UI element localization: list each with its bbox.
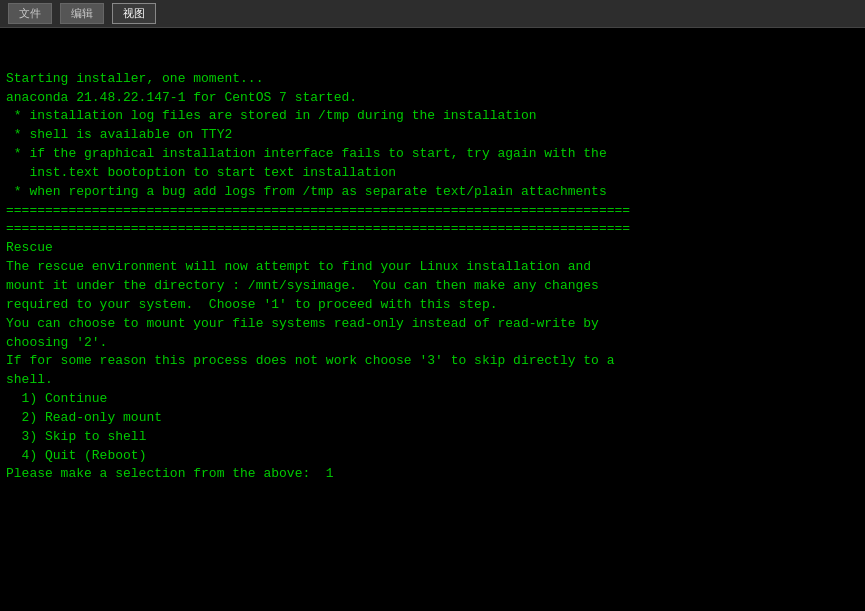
terminal-line: anaconda 21.48.22.147-1 for CentOS 7 sta… bbox=[6, 89, 859, 108]
terminal-line: The rescue environment will now attempt … bbox=[6, 258, 859, 277]
title-bar: 文件 编辑 视图 bbox=[0, 0, 865, 28]
terminal-line: required to your system. Choose '1' to p… bbox=[6, 296, 859, 315]
terminal-line: If for some reason this process does not… bbox=[6, 352, 859, 371]
terminal-line: 2) Read-only mount bbox=[6, 409, 859, 428]
terminal-line: 4) Quit (Reboot) bbox=[6, 447, 859, 466]
terminal-line: Please make a selection from the above: … bbox=[6, 465, 859, 484]
terminal-output: Starting installer, one moment...anacond… bbox=[0, 28, 865, 611]
edit-menu-button[interactable]: 编辑 bbox=[60, 3, 104, 24]
terminal-line: mount it under the directory : /mnt/sysi… bbox=[6, 277, 859, 296]
file-menu-button[interactable]: 文件 bbox=[8, 3, 52, 24]
terminal-line: Starting installer, one moment... bbox=[6, 70, 859, 89]
terminal-line: 3) Skip to shell bbox=[6, 428, 859, 447]
terminal-line: ========================================… bbox=[6, 202, 859, 221]
terminal-line: * installation log files are stored in /… bbox=[6, 107, 859, 126]
terminal-line: * if the graphical installation interfac… bbox=[6, 145, 859, 164]
terminal-line: ========================================… bbox=[6, 220, 859, 239]
terminal-line: inst.text bootoption to start text insta… bbox=[6, 164, 859, 183]
terminal-line: Rescue bbox=[6, 239, 859, 258]
terminal-line: * shell is available on TTY2 bbox=[6, 126, 859, 145]
terminal-line: 1) Continue bbox=[6, 390, 859, 409]
terminal-line: shell. bbox=[6, 371, 859, 390]
terminal-line: You can choose to mount your file system… bbox=[6, 315, 859, 334]
view-menu-button[interactable]: 视图 bbox=[112, 3, 156, 24]
terminal-line: * when reporting a bug add logs from /tm… bbox=[6, 183, 859, 202]
terminal-line: choosing '2'. bbox=[6, 334, 859, 353]
terminal-window: 文件 编辑 视图 Starting installer, one moment.… bbox=[0, 0, 865, 611]
